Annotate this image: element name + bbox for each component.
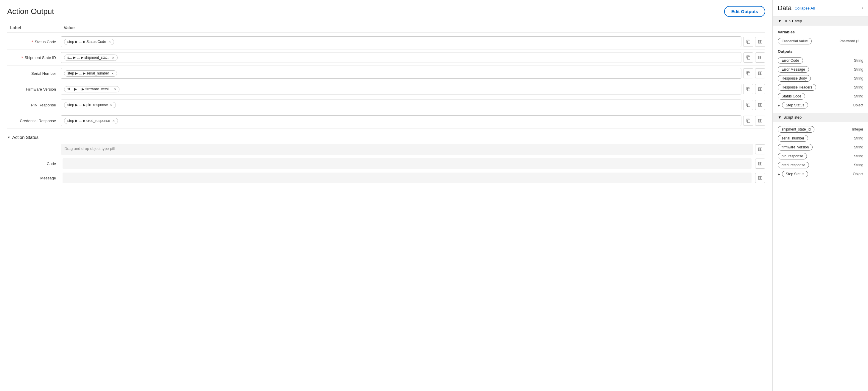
rest-output-type: String [854, 67, 863, 71]
main-panel: Action Output Edit Outputs Label Value *… [0, 0, 773, 391]
svg-rect-8 [747, 104, 750, 107]
code-map-icon [758, 161, 763, 166]
pill-input[interactable]: step ▶ ... ▶ Status Code× [61, 36, 741, 47]
rest-output-pill[interactable]: Response Body [778, 75, 811, 82]
table-header: Label Value [7, 23, 765, 33]
expand-arrow-icon[interactable]: ▶ [778, 104, 780, 107]
output-row: * Status Codestep ▶ ... ▶ Status Code× [7, 34, 765, 50]
map-icon [758, 40, 763, 44]
pill-close-icon[interactable]: × [114, 87, 117, 91]
script-output-pill[interactable]: firmware_version [778, 144, 813, 150]
pill-close-icon[interactable]: × [110, 103, 113, 107]
right-panel-body: ▼ REST step Variables Credential Value P… [773, 17, 868, 391]
script-output-pill[interactable]: serial_number [778, 135, 808, 142]
copy-button[interactable] [743, 68, 753, 79]
pill-input[interactable]: st... ▶ ... ▶ firmware_versi...× [61, 84, 741, 94]
rest-output-type: String [854, 85, 863, 89]
output-pill[interactable]: s... ▶ ... ▶ shipment_stat...× [64, 55, 118, 61]
step-status-row: ▶Step Status [778, 102, 808, 109]
map-button[interactable] [755, 37, 765, 47]
rest-output-row: Error CodeString [778, 56, 863, 65]
rest-step-header[interactable]: ▼ REST step [773, 17, 868, 26]
script-step-header[interactable]: ▼ Script step [773, 113, 868, 122]
rest-output-row: Response HeadersString [778, 83, 863, 92]
output-label: Serial Number [7, 71, 61, 76]
map-button[interactable] [755, 53, 765, 63]
output-pill[interactable]: st... ▶ ... ▶ firmware_versi...× [64, 86, 119, 92]
map-button[interactable] [755, 100, 765, 110]
rest-output-pill[interactable]: Response Headers [778, 84, 816, 91]
copy-button[interactable] [743, 37, 753, 47]
collapse-all-link[interactable]: Collapse All [795, 6, 815, 10]
output-row: PIN Responsestep ▶ ... ▶ pin_response× [7, 97, 765, 113]
copy-button[interactable] [743, 116, 753, 126]
script-output-row: firmware_versionString [778, 143, 863, 152]
page-title: Action Output [7, 7, 54, 16]
drag-drop-input[interactable]: Drag and drop object type pill [61, 144, 753, 155]
copy-icon [746, 87, 751, 91]
message-map-button[interactable] [755, 173, 765, 183]
pill-input[interactable]: s... ▶ ... ▶ shipment_stat...× [61, 52, 741, 63]
rest-output-pill[interactable]: Status Code [778, 93, 805, 99]
script-output-pill[interactable]: shipment_state_id [778, 126, 814, 132]
rest-output-type: String [854, 94, 863, 98]
map-icon [758, 55, 763, 60]
chevron-right-icon[interactable]: › [862, 5, 863, 11]
code-row: Code [7, 156, 765, 171]
rest-output-pill[interactable]: Error Code [778, 57, 803, 64]
code-map-button[interactable] [755, 158, 765, 169]
script-output-type: String [854, 163, 863, 167]
output-row: * Shipment State IDs... ▶ ... ▶ shipment… [7, 50, 765, 66]
pill-close-icon[interactable]: × [112, 55, 114, 60]
script-output-pill[interactable]: cred_response [778, 162, 809, 169]
script-output-row: ▶Step StatusObject [778, 170, 863, 179]
script-step-label: Script step [783, 115, 802, 120]
credential-value-pill[interactable]: Credential Value [778, 38, 812, 44]
pill-close-icon[interactable]: × [112, 119, 115, 123]
output-value-cell: s... ▶ ... ▶ shipment_stat...× [61, 52, 765, 63]
code-input[interactable] [63, 158, 751, 169]
rest-output-row: Response BodyString [778, 74, 863, 83]
copy-button[interactable] [743, 84, 753, 94]
output-value-cell: step ▶ ... ▶ serial_number× [61, 68, 765, 79]
rest-output-row: ▶Step StatusObject [778, 101, 863, 110]
edit-outputs-button[interactable]: Edit Outputs [724, 6, 765, 17]
pill-input[interactable]: step ▶ ... ▶ pin_response× [61, 99, 741, 110]
output-row: Serial Numberstep ▶ ... ▶ serial_number× [7, 66, 765, 81]
script-step-status-type: Object [853, 172, 863, 176]
map-button[interactable] [755, 68, 765, 79]
message-input[interactable] [63, 173, 751, 183]
script-step-status-pill[interactable]: Step Status [782, 171, 808, 177]
copy-icon [746, 102, 751, 107]
rest-step-arrow: ▼ [778, 19, 782, 23]
map-button[interactable] [755, 116, 765, 126]
output-pill[interactable]: step ▶ ... ▶ serial_number× [64, 70, 117, 77]
rest-step-label: REST step [783, 19, 802, 23]
rest-output-type: String [854, 58, 863, 63]
action-status-toggle[interactable]: ▼ Action Status [7, 131, 765, 142]
svg-rect-6 [747, 88, 750, 91]
output-pill[interactable]: step ▶ ... ▶ Status Code× [64, 39, 114, 45]
pill-close-icon[interactable]: × [108, 40, 111, 44]
script-output-type: Integer [852, 127, 863, 131]
output-label: PIN Response [7, 103, 61, 107]
script-output-row: serial_numberString [778, 134, 863, 143]
pill-close-icon[interactable]: × [112, 71, 114, 76]
output-pill[interactable]: step ▶ ... ▶ pin_response× [64, 102, 116, 108]
rest-output-pill[interactable]: Error Message [778, 66, 809, 73]
map-button[interactable] [755, 84, 765, 94]
step-status-pill[interactable]: Step Status [782, 102, 808, 109]
copy-button[interactable] [743, 53, 753, 63]
copy-button[interactable] [743, 100, 753, 110]
pill-input[interactable]: step ▶ ... ▶ cred_response× [61, 115, 741, 126]
script-output-pill[interactable]: pin_response [778, 153, 807, 159]
pill-input[interactable]: step ▶ ... ▶ serial_number× [61, 68, 741, 79]
expand-arrow-icon[interactable]: ▶ [778, 173, 780, 176]
data-title: Data [778, 4, 792, 12]
right-panel-header: Data Collapse All › [773, 0, 868, 17]
required-star: * [32, 40, 34, 44]
action-status-map-button[interactable] [755, 144, 765, 154]
value-col-header: Value [61, 25, 765, 30]
output-pill[interactable]: step ▶ ... ▶ cred_response× [64, 118, 118, 124]
rest-output-type: String [854, 76, 863, 81]
